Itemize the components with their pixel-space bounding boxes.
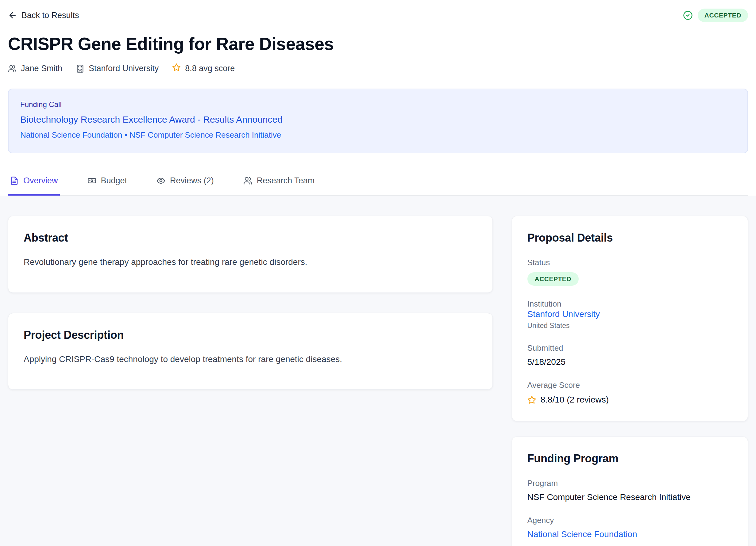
building-icon — [76, 64, 84, 73]
top-row: Back to Results ACCEPTED — [8, 9, 748, 22]
tab-budget[interactable]: Budget — [86, 174, 129, 196]
tab-reviews[interactable]: Reviews (2) — [155, 174, 216, 196]
institution-meta: Stanford University — [76, 64, 159, 73]
star-icon — [172, 63, 181, 74]
program-value: NSF Computer Science Research Initiative — [527, 492, 733, 502]
header: Back to Results ACCEPTED CRISPR Gene Edi… — [0, 0, 756, 196]
average-score-label: Average Score — [527, 380, 733, 390]
tab-reviews-label: Reviews (2) — [170, 176, 214, 186]
submitted-date: 5/18/2025 — [527, 357, 733, 367]
back-to-results-label: Back to Results — [21, 11, 79, 20]
funding-call-subtitle-link[interactable]: National Science Foundation • NSF Comput… — [20, 130, 736, 140]
check-circle-icon — [683, 10, 693, 20]
eye-icon — [156, 176, 165, 185]
funding-program-title: Funding Program — [527, 452, 733, 465]
funding-call-title-link[interactable]: Biotechnology Research Excellence Award … — [20, 114, 736, 125]
users-icon — [243, 176, 252, 185]
average-score-row: 8.8/10 (2 reviews) — [527, 395, 609, 405]
institution-link[interactable]: Stanford University — [527, 309, 600, 319]
status-label: Status — [527, 258, 733, 267]
status-pill: ACCEPTED — [527, 272, 579, 286]
funding-call-panel: Funding Call Biotechnology Research Exce… — [8, 89, 748, 153]
tab-bar: Overview Budget Reviews (2) Research Tea… — [8, 174, 748, 196]
author-meta: Jane Smith — [8, 64, 62, 73]
tab-overview[interactable]: Overview — [8, 174, 60, 196]
users-icon — [8, 64, 17, 73]
submitted-label: Submitted — [527, 343, 733, 353]
avg-score-text: 8.8 avg score — [185, 64, 235, 73]
abstract-title: Abstract — [24, 232, 477, 244]
back-to-results-link[interactable]: Back to Results — [8, 11, 79, 20]
main-content: Abstract Revolutionary gene therapy appr… — [0, 196, 756, 546]
institution-name: Stanford University — [89, 64, 159, 73]
author-name: Jane Smith — [21, 64, 62, 73]
average-score-value: 8.8/10 (2 reviews) — [541, 395, 609, 405]
abstract-body: Revolutionary gene therapy approaches fo… — [24, 256, 477, 269]
tab-budget-label: Budget — [101, 176, 127, 186]
left-column: Abstract Revolutionary gene therapy appr… — [8, 216, 493, 390]
tab-research-team-label: Research Team — [257, 176, 315, 186]
proposal-details-title: Proposal Details — [527, 232, 733, 244]
meta-row: Jane Smith Stanford University 8.8 avg s… — [8, 63, 748, 74]
score-meta: 8.8 avg score — [172, 63, 235, 74]
header-status: ACCEPTED — [683, 9, 748, 22]
banknote-icon — [87, 176, 96, 185]
tab-research-team[interactable]: Research Team — [241, 174, 317, 196]
arrow-left-icon — [8, 11, 17, 20]
institution-label: Institution — [527, 299, 733, 309]
institution-country: United States — [527, 321, 733, 330]
right-column: Proposal Details Status ACCEPTED Institu… — [512, 216, 748, 546]
tab-overview-label: Overview — [23, 176, 58, 186]
status-badge: ACCEPTED — [698, 9, 748, 22]
abstract-card: Abstract Revolutionary gene therapy appr… — [8, 216, 493, 293]
agency-label: Agency — [527, 516, 733, 525]
funding-program-card: Funding Program Program NSF Computer Sci… — [512, 436, 748, 546]
program-label: Program — [527, 479, 733, 488]
project-description-body: Applying CRISPR-Cas9 technology to devel… — [24, 353, 477, 366]
page-title: CRISPR Gene Editing for Rare Diseases — [8, 34, 748, 54]
project-description-title: Project Description — [24, 329, 477, 341]
agency-link[interactable]: National Science Foundation — [527, 529, 637, 539]
proposal-detail-page: Back to Results ACCEPTED CRISPR Gene Edi… — [0, 0, 756, 546]
star-icon — [527, 395, 536, 404]
proposal-details-card: Proposal Details Status ACCEPTED Institu… — [512, 216, 748, 421]
file-text-icon — [10, 176, 19, 185]
funding-call-label: Funding Call — [20, 100, 736, 109]
project-description-card: Project Description Applying CRISPR-Cas9… — [8, 313, 493, 390]
